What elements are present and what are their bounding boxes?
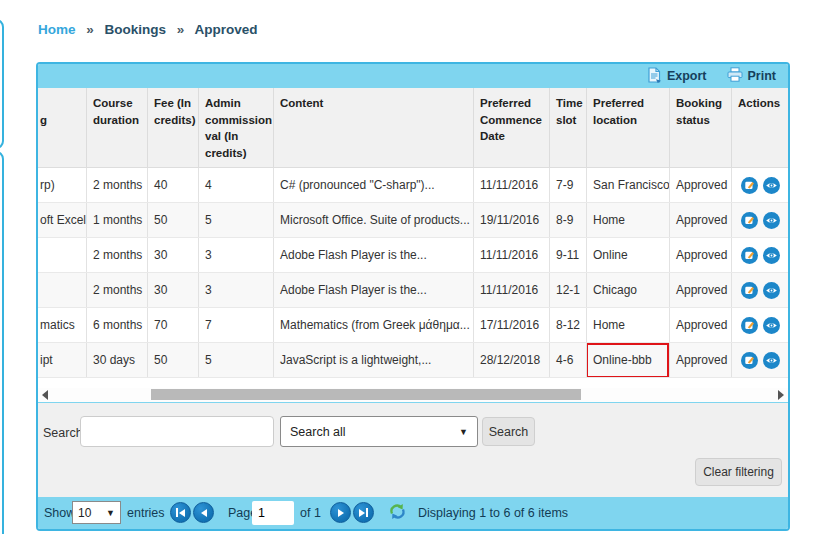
view-booking-button[interactable] bbox=[763, 317, 780, 334]
offscreen-panel-edge-bottom bbox=[0, 151, 4, 534]
last-page-button[interactable] bbox=[353, 502, 374, 523]
edit-icon bbox=[741, 317, 758, 334]
chevron-down-icon: ▼ bbox=[459, 427, 468, 437]
table-row: matics6 months707Mathematics (from Greek… bbox=[38, 308, 788, 343]
search-button[interactable]: Search bbox=[482, 417, 535, 446]
cell-duration: 2 months bbox=[87, 168, 148, 202]
view-booking-button[interactable] bbox=[763, 177, 780, 194]
first-page-button[interactable] bbox=[170, 502, 191, 523]
export-button[interactable]: Export bbox=[647, 67, 707, 86]
column-header-location: Preferred location bbox=[587, 88, 670, 167]
table-row: rp)2 months404C# (pronounced "C-sharp").… bbox=[38, 168, 788, 203]
breadcrumb-link-bookings[interactable]: Bookings bbox=[105, 22, 167, 37]
table-row: 2 months303Adobe Flash Player is the...1… bbox=[38, 273, 788, 308]
first-page-icon bbox=[176, 508, 178, 517]
page-size-select[interactable]: 10 ▼ bbox=[72, 501, 121, 524]
column-header-date: Preferred Commence Date bbox=[474, 88, 550, 167]
cell-slot: 8-12 bbox=[550, 308, 587, 342]
print-icon bbox=[727, 67, 743, 85]
chevron-down-icon: ▼ bbox=[106, 508, 115, 518]
edit-booking-button[interactable] bbox=[741, 247, 758, 264]
previous-page-icon bbox=[201, 509, 207, 517]
cell-duration: 2 months bbox=[87, 238, 148, 272]
cell-course: oft Excel bbox=[38, 203, 87, 237]
cell-date: 19/11/2016 bbox=[474, 203, 550, 237]
eye-icon bbox=[763, 177, 780, 194]
edit-booking-button[interactable] bbox=[741, 177, 758, 194]
column-header-course: g bbox=[38, 88, 87, 167]
column-header-content: Content bbox=[274, 88, 474, 167]
cell-actions bbox=[732, 203, 788, 237]
cell-duration: 30 days bbox=[87, 343, 148, 377]
cell-fee: 50 bbox=[148, 343, 199, 377]
cell-date: 11/11/2016 bbox=[474, 168, 550, 202]
cell-date: 11/11/2016 bbox=[474, 273, 550, 307]
cell-duration: 2 months bbox=[87, 273, 148, 307]
view-booking-button[interactable] bbox=[763, 212, 780, 229]
next-page-button[interactable] bbox=[330, 502, 351, 523]
column-header-fee: Fee (In credits) bbox=[148, 88, 199, 167]
edit-booking-button[interactable] bbox=[741, 212, 758, 229]
cell-course: rp) bbox=[38, 168, 87, 202]
view-booking-button[interactable] bbox=[763, 352, 780, 369]
edit-booking-button[interactable] bbox=[741, 282, 758, 299]
scroll-right-arrow-icon[interactable] bbox=[778, 390, 784, 400]
cell-status: Approved bbox=[670, 203, 732, 237]
refresh-icon bbox=[388, 502, 407, 521]
breadcrumb-current-approved: Approved bbox=[195, 22, 258, 37]
eye-icon bbox=[763, 352, 780, 369]
cell-location: San Francisco bbox=[587, 168, 670, 202]
view-booking-button[interactable] bbox=[763, 247, 780, 264]
edit-icon bbox=[741, 282, 758, 299]
cell-location: Online bbox=[587, 238, 670, 272]
clear-filtering-button[interactable]: Clear filtering bbox=[695, 458, 782, 486]
eye-icon bbox=[763, 317, 780, 334]
table-row: ipt30 days505JavaScript is a lightweight… bbox=[38, 343, 788, 378]
edit-icon bbox=[741, 352, 758, 369]
cell-date: 11/11/2016 bbox=[474, 238, 550, 272]
cell-duration: 6 months bbox=[87, 308, 148, 342]
print-label: Print bbox=[748, 69, 776, 83]
table-row: oft Excel1 months505Microsoft Office. Su… bbox=[38, 203, 788, 238]
breadcrumb-link-home[interactable]: Home bbox=[38, 22, 76, 37]
edit-icon bbox=[741, 212, 758, 229]
scrollbar-thumb[interactable] bbox=[151, 389, 581, 400]
breadcrumb-separator: » bbox=[86, 22, 94, 37]
cell-course: ipt bbox=[38, 343, 87, 377]
search-field-select[interactable]: Search all ▼ bbox=[280, 416, 478, 447]
scroll-left-arrow-icon[interactable] bbox=[42, 390, 48, 400]
last-page-icon bbox=[359, 509, 365, 517]
cell-actions bbox=[732, 308, 788, 342]
view-booking-button[interactable] bbox=[763, 282, 780, 299]
cell-date: 28/12/2018 bbox=[474, 343, 550, 377]
table-toolbar: Export Print bbox=[38, 64, 788, 88]
table-row: 2 months303Adobe Flash Player is the...1… bbox=[38, 238, 788, 273]
edit-booking-button[interactable] bbox=[741, 352, 758, 369]
table-body: rp)2 months404C# (pronounced "C-sharp").… bbox=[38, 168, 788, 378]
cell-content: Microsoft Office. Suite of products... bbox=[274, 203, 474, 237]
edit-booking-button[interactable] bbox=[741, 317, 758, 334]
print-button[interactable]: Print bbox=[727, 67, 776, 85]
cell-admin: 5 bbox=[199, 203, 274, 237]
search-input[interactable] bbox=[80, 416, 274, 447]
cell-slot: 9-11 bbox=[550, 238, 587, 272]
displaying-status-text: Displaying 1 to 6 of 6 items bbox=[418, 506, 568, 520]
table-header-row: gCourse durationFee (In credits)Admin co… bbox=[38, 88, 788, 168]
cell-actions bbox=[732, 343, 788, 377]
previous-page-button[interactable] bbox=[193, 502, 214, 523]
cell-actions bbox=[732, 168, 788, 202]
cell-slot: 7-9 bbox=[550, 168, 587, 202]
export-icon bbox=[647, 67, 662, 86]
edit-icon bbox=[741, 247, 758, 264]
pagination-bar: Show 10 ▼ entries Page of 1 bbox=[38, 497, 788, 529]
refresh-button[interactable] bbox=[387, 502, 407, 522]
cell-content: Adobe Flash Player is the... bbox=[274, 238, 474, 272]
column-header-status: Booking status bbox=[670, 88, 732, 167]
horizontal-scrollbar[interactable] bbox=[38, 388, 788, 402]
cell-admin: 4 bbox=[199, 168, 274, 202]
cell-admin: 3 bbox=[199, 238, 274, 272]
cell-duration: 1 months bbox=[87, 203, 148, 237]
page-number-input[interactable] bbox=[252, 501, 294, 525]
eye-icon bbox=[763, 212, 780, 229]
cell-content: C# (pronounced "C-sharp")... bbox=[274, 168, 474, 202]
